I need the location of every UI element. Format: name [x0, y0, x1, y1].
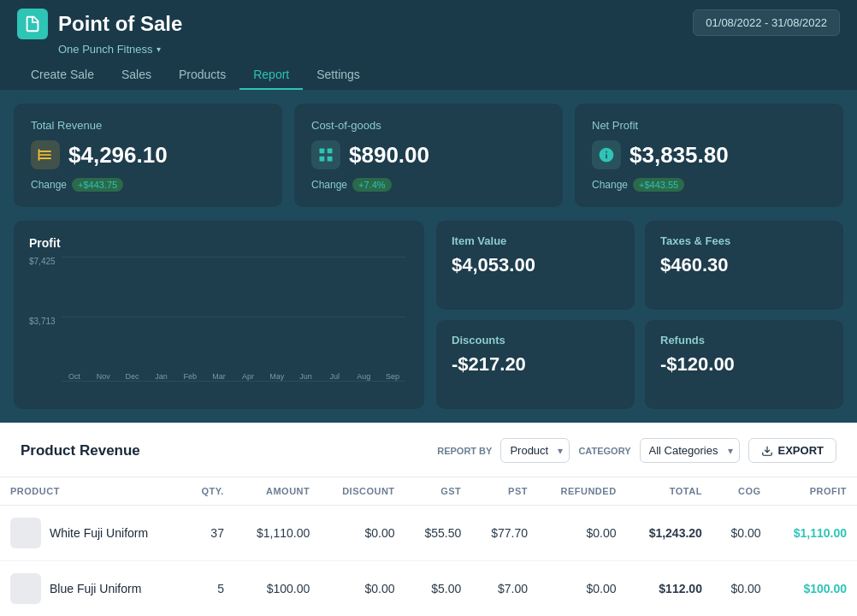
nav-report[interactable]: Report: [239, 61, 303, 90]
pst-0: $77.70: [471, 506, 538, 561]
cog-change-badge: +7.4%: [352, 178, 392, 192]
y-max-label: $7,425: [29, 257, 56, 266]
product-table-container: PRODUCT QTY. AMOUNT DISCOUNT GST PST REF…: [0, 477, 857, 616]
nav-sales[interactable]: Sales: [108, 61, 165, 90]
total-0: $1,243.20: [627, 506, 712, 561]
profit-change-label: Change: [592, 179, 628, 191]
filter-group: REPORT BY Product CATEGORY All Categorie…: [437, 438, 836, 463]
y-mid-label: $3,713: [29, 317, 56, 326]
main-content: Total Revenue $4,296.10 Change +$443.75 …: [0, 90, 857, 423]
svg-rect-1: [328, 149, 333, 154]
profit-icon: [592, 140, 621, 169]
header: Point of Sale 01/08/2022 - 31/08/2022 On…: [0, 0, 857, 90]
bottom-section: Product Revenue REPORT BY Product CATEGO…: [0, 423, 857, 616]
refunded-0: $0.00: [538, 506, 627, 561]
header-right: 01/08/2022 - 31/08/2022: [693, 9, 840, 43]
product-revenue-title: Product Revenue: [21, 442, 140, 459]
product-cell-1: Blue Fuji Uniform: [0, 561, 184, 617]
profit-0: $1,110.00: [771, 506, 857, 561]
category-label: CATEGORY: [578, 446, 630, 456]
chart-title: Profit: [29, 236, 409, 250]
table-row: Blue Fuji Uniform 5 $100.00 $0.00 $5.00 …: [0, 561, 857, 617]
refunded-1: $0.00: [538, 561, 627, 617]
report-by-select-wrap: Product: [500, 438, 570, 463]
report-by-select[interactable]: Product: [500, 438, 570, 463]
total-revenue-value: $4,296.10: [68, 142, 168, 169]
svg-rect-0: [320, 149, 325, 154]
qty-1: 5: [184, 561, 234, 617]
product-thumb-1: [10, 573, 41, 604]
chevron-down-icon: ▾: [157, 44, 161, 54]
revenue-change-badge: +$443.75: [72, 178, 123, 192]
item-value-label: Item Value: [452, 234, 619, 247]
total-revenue-label: Total Revenue: [31, 119, 265, 132]
col-product: PRODUCT: [0, 477, 184, 506]
discounts-value: -$217.20: [452, 353, 619, 376]
store-name[interactable]: One Punch Fitness ▾: [58, 43, 840, 56]
discount-1: $0.00: [320, 561, 405, 617]
product-name-0: White Fuji Uniform: [50, 526, 148, 540]
amount-0: $1,110.00: [234, 506, 320, 561]
cog-card: Cost-of-goods $890.00 Change +7.4%: [294, 104, 563, 207]
revenue-icon: [31, 140, 60, 169]
col-qty: QTY.: [184, 477, 234, 506]
pst-1: $7.00: [471, 561, 538, 617]
export-icon: [761, 445, 773, 457]
cog-value: $890.00: [349, 142, 429, 169]
product-revenue-header: Product Revenue REPORT BY Product CATEGO…: [0, 423, 857, 477]
charts-row: Profit $7,425 $3,713 OctNovDecJanFebMarA…: [14, 221, 843, 409]
export-button[interactable]: EXPORT: [748, 438, 836, 463]
profit-change-badge: +$443.55: [633, 178, 684, 192]
gst-1: $5.00: [405, 561, 472, 617]
taxes-fees-card: Taxes & Fees $460.30: [645, 221, 843, 310]
svg-rect-3: [328, 157, 333, 162]
profit-1: $100.00: [771, 561, 857, 617]
table-body: White Fuji Uniform 37 $1,110.00 $0.00 $5…: [0, 506, 857, 617]
table-row: White Fuji Uniform 37 $1,110.00 $0.00 $5…: [0, 506, 857, 561]
refunds-label: Refunds: [660, 334, 828, 346]
qty-0: 37: [184, 506, 234, 561]
app-logo: [17, 9, 48, 39]
product-cell-0: White Fuji Uniform: [0, 506, 184, 561]
col-refunded: REFUNDED: [538, 477, 627, 506]
cog-change-label: Change: [311, 179, 347, 191]
item-value-value: $4,053.00: [452, 254, 619, 276]
product-thumb-0: [10, 518, 41, 548]
col-profit: PROFIT: [771, 477, 857, 506]
metric-cards: Total Revenue $4,296.10 Change +$443.75 …: [14, 104, 843, 207]
discount-0: $0.00: [320, 506, 405, 561]
discounts-card: Discounts -$217.20: [436, 320, 635, 409]
profit-chart-card: Profit $7,425 $3,713 OctNovDecJanFebMarA…: [14, 221, 424, 409]
product-name-1: Blue Fuji Uniform: [50, 582, 141, 595]
category-select-wrap: All Categories: [640, 438, 740, 463]
secondary-metrics: Item Value $4,053.00 Taxes & Fees $460.3…: [436, 221, 843, 409]
col-pst: PST: [471, 477, 538, 506]
amount-1: $100.00: [234, 561, 320, 617]
cog-label: Cost-of-goods: [311, 119, 546, 132]
cog-1: $0.00: [712, 561, 771, 617]
nav-products[interactable]: Products: [165, 61, 239, 90]
refunds-card: Refunds -$120.00: [645, 320, 843, 409]
taxes-fees-value: $460.30: [660, 254, 828, 276]
gst-0: $55.50: [405, 506, 472, 561]
net-profit-value: $3,835.80: [629, 142, 729, 169]
col-amount: AMOUNT: [234, 477, 320, 506]
chart-area: $7,425 $3,713 OctNovDecJanFebMarAprMayJu…: [29, 257, 409, 394]
main-nav: Create Sale Sales Products Report Settin…: [17, 61, 840, 90]
col-discount: DISCOUNT: [320, 477, 405, 506]
cog-icon: [311, 140, 340, 169]
total-revenue-card: Total Revenue $4,296.10 Change +$443.75: [14, 104, 282, 207]
refunds-value: -$120.00: [660, 353, 828, 376]
cog-0: $0.00: [712, 506, 771, 561]
taxes-fees-label: Taxes & Fees: [660, 234, 828, 247]
discounts-label: Discounts: [452, 334, 619, 346]
category-select[interactable]: All Categories: [640, 438, 740, 463]
export-label: EXPORT: [778, 444, 824, 457]
item-value-card: Item Value $4,053.00: [436, 221, 635, 310]
nav-create-sale[interactable]: Create Sale: [17, 61, 108, 90]
date-range[interactable]: 01/08/2022 - 31/08/2022: [693, 9, 840, 36]
product-table: PRODUCT QTY. AMOUNT DISCOUNT GST PST REF…: [0, 477, 857, 616]
report-by-label: REPORT BY: [437, 446, 492, 456]
nav-settings[interactable]: Settings: [303, 61, 374, 90]
app-title: Point of Sale: [58, 12, 182, 36]
